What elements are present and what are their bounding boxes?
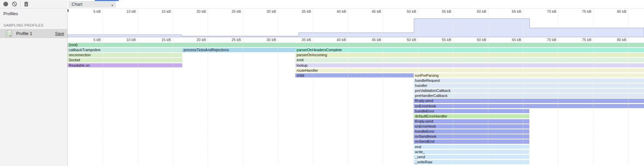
- flame-frame-prevalidationcallback[interactable]: preValidationCallback: [414, 89, 644, 93]
- memory-overview-silhouette[interactable]: [68, 8, 644, 37]
- flame-frame-readable-on[interactable]: Readable.on: [68, 63, 182, 68]
- delete-profile-button[interactable]: [22, 0, 31, 8]
- ruler-tick-label: 10 kB: [126, 37, 138, 42]
- flame-frame-write[interactable]: write_: [414, 150, 529, 154]
- flame-chart-pane[interactable]: 5 kB10 kB15 kB20 kB25 kB30 kB35 kB40 kB4…: [68, 8, 644, 166]
- flame-frame-lookup[interactable]: lookup: [295, 63, 644, 68]
- ruler-tick-label: 55 kB: [442, 37, 453, 42]
- clear-button[interactable]: [10, 0, 19, 8]
- memory-profiler-panel: Chart ▾ Profiles SAMPLING PROFILES % Pro…: [0, 0, 644, 166]
- flame-frame-handleerror[interactable]: handleError: [414, 129, 529, 134]
- record-icon: [3, 2, 8, 6]
- flame-frame-prehandlercallback[interactable]: preHandlerCallback: [414, 94, 644, 98]
- flame-frame-send[interactable]: _send: [414, 155, 529, 159]
- flame-frame-writeraw[interactable]: _writeRaw: [414, 160, 529, 164]
- flame-frame-handleerror[interactable]: handleError: [414, 109, 529, 113]
- view-mode-select[interactable]: Chart ▾: [69, 1, 116, 7]
- toolbar-divider: [20, 1, 21, 7]
- chart-view-toolbar: Chart ▾: [68, 0, 644, 8]
- ruler-tick-label: 75 kB: [582, 37, 593, 42]
- save-profile-link[interactable]: Save: [55, 31, 64, 36]
- ruler-tick-label: 25 kB: [231, 37, 242, 42]
- ruler-tick-label: 35 kB: [302, 37, 313, 42]
- flame-frame-onsendend[interactable]: onSendEnd: [414, 139, 529, 144]
- flame-frame-routehandler[interactable]: routeHandler: [295, 68, 644, 73]
- chevron-down-icon: ▾: [111, 3, 113, 8]
- flame-frame-onconnection[interactable]: onconnection: [68, 53, 182, 57]
- ruler-tick-label: 15 kB: [161, 37, 173, 42]
- flame-frame-emit[interactable]: emit: [295, 58, 644, 62]
- profiler-toolbar: [0, 0, 68, 8]
- ruler-tick-label: 20 kB: [196, 37, 207, 42]
- ruler-tick-label: 45 kB: [372, 37, 383, 42]
- svg-text:%: %: [9, 34, 11, 37]
- flamechart-ruler: 5 kB10 kB15 kB20 kB25 kB30 kB35 kB40 kB4…: [68, 37, 644, 42]
- flame-frame-onsendhook[interactable]: onSendHook: [414, 134, 529, 139]
- profiles-sidebar: Profiles SAMPLING PROFILES % Profile 1 S…: [0, 8, 68, 166]
- flame-frame-handlerequest[interactable]: handleRequest: [414, 78, 644, 83]
- flame-frame-onerrorhook[interactable]: onErrorHook: [414, 104, 644, 108]
- top-focus-strip: [95, 0, 119, 1]
- view-mode-value: Chart: [72, 2, 82, 7]
- ruler-tick-label: 40 kB: [337, 37, 348, 42]
- ruler-tick-label: 30 kB: [267, 37, 278, 42]
- flame-frame-processticksandrejections[interactable]: processTicksAndRejections: [182, 48, 295, 52]
- ruler-tick-label: 50 kB: [407, 37, 418, 42]
- ruler-tick-label: 80 kB: [617, 37, 628, 42]
- flame-frame-socket[interactable]: Socket: [68, 58, 182, 62]
- flame-frame-root[interactable]: (root): [68, 43, 644, 47]
- flame-frame-handler[interactable]: handler: [414, 84, 644, 88]
- ruler-tick-label: 70 kB: [547, 37, 558, 42]
- sidebar-item-profile-1[interactable]: % Profile 1 Save: [0, 29, 67, 38]
- flame-frame-reply-send[interactable]: Reply.send: [414, 99, 644, 103]
- flame-frame-parseronincoming[interactable]: parserOnIncoming: [295, 53, 644, 57]
- sampling-profiles-header: SAMPLING PROFILES: [3, 23, 43, 27]
- sidebar-title: Profiles: [3, 11, 18, 16]
- ruler-tick-label: 60 kB: [477, 37, 488, 42]
- flame-frame-onerrorhook[interactable]: onErrorHook: [414, 124, 529, 129]
- clear-icon: [12, 1, 17, 7]
- ruler-tick-label: 65 kB: [512, 37, 523, 42]
- profile-document-icon: %: [6, 30, 12, 37]
- profile-name: Profile 1: [16, 31, 55, 36]
- flame-frame-end[interactable]: end: [414, 145, 529, 149]
- flame-frame-child[interactable]: child: [295, 73, 414, 78]
- flame-frame-defaulterrorhandler[interactable]: defaultErrorHandler: [414, 114, 529, 119]
- record-button[interactable]: [1, 0, 10, 8]
- flame-frame-parseronheaderscomplete[interactable]: parserOnHeadersComplete: [295, 48, 644, 52]
- trash-icon: [24, 1, 29, 7]
- flame-frame-callbacktrampoline[interactable]: callbackTrampoline: [68, 48, 182, 52]
- flame-frame-reply-send[interactable]: Reply.send: [414, 119, 529, 124]
- flame-frame-runpreparsing[interactable]: runPreParsing: [414, 73, 644, 78]
- ruler-tick-label: 5 kB: [93, 37, 103, 42]
